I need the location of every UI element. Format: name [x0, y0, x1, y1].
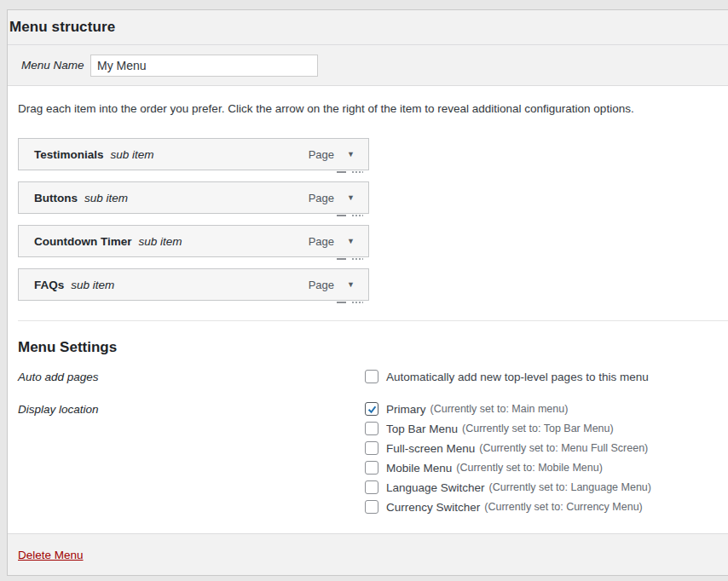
menu-items-list: Testimonials sub item Page ▼ Buttons sub… — [18, 138, 728, 301]
auto-add-option: Automatically add new top-level pages to… — [365, 370, 649, 383]
display-location-option: Language Switcher (Currently set to: Lan… — [365, 480, 651, 494]
location-option-note: (Currently set to: Language Menu) — [489, 481, 651, 493]
auto-add-pages-label: Auto add pages — [18, 370, 365, 389]
clipped-mark-dots — [352, 302, 363, 303]
menu-item[interactable]: FAQs sub item Page ▼ — [18, 268, 369, 301]
menu-item-title: FAQs — [34, 279, 64, 291]
chevron-down-icon[interactable]: ▼ — [345, 149, 356, 160]
section-divider — [18, 320, 728, 321]
location-option-name: Primary — [386, 403, 426, 416]
menu-item-controls: Page ▼ — [309, 192, 356, 204]
menu-item-controls: Page ▼ — [309, 148, 356, 161]
clipped-mark-dots — [352, 258, 363, 260]
menu-structure-title-row: Menu structure — [8, 10, 728, 45]
display-location-options: Primary (Currently set to: Main menu) To… — [365, 402, 651, 520]
menu-name-input[interactable] — [90, 55, 318, 77]
menu-item-type-label: Page — [309, 235, 334, 248]
clipped-mark-dash — [337, 215, 346, 216]
location-option-name: Currency Switcher — [386, 501, 480, 514]
location-option-note: (Currently set to: Mobile Menu) — [456, 462, 603, 474]
menu-item-sub-label: sub item — [111, 148, 154, 161]
clipped-mark-dots — [352, 171, 363, 173]
auto-add-option-label: Automatically add new top-level pages to… — [386, 371, 649, 383]
clipped-mark-dots — [352, 215, 363, 216]
menu-item-type-label: Page — [309, 279, 334, 291]
menu-item-sub-label: sub item — [139, 235, 182, 248]
menus-admin-page: Menu structure Menu Name Drag each item … — [0, 0, 728, 581]
location-checkbox[interactable] — [365, 422, 378, 435]
clipped-edit-marks — [337, 257, 363, 261]
auto-add-checkbox[interactable] — [365, 370, 378, 383]
location-option-name: Mobile Menu — [386, 462, 452, 475]
location-option-note: (Currently set to: Main menu) — [430, 403, 569, 415]
clipped-mark-dash — [337, 302, 346, 303]
menu-edit-body: Drag each item into the order you prefer… — [8, 86, 728, 533]
menu-edit-header: Menu structure Menu Name — [8, 10, 728, 86]
clipped-mark-dash — [337, 171, 346, 173]
display-location-option: Primary (Currently set to: Main menu) — [365, 402, 651, 416]
menu-item[interactable]: Countdown Timer sub item Page ▼ — [18, 225, 369, 257]
location-checkbox[interactable] — [365, 480, 378, 494]
menu-edit-panel: Menu structure Menu Name Drag each item … — [7, 9, 728, 576]
location-option-name: Language Switcher — [386, 481, 485, 494]
menu-item-title: Buttons — [34, 192, 78, 204]
menu-item-type-label: Page — [309, 148, 334, 161]
menu-item-sub-label: sub item — [84, 192, 128, 204]
menu-item-type-label: Page — [309, 192, 334, 204]
clipped-edit-marks — [337, 214, 363, 217]
clipped-edit-marks — [337, 301, 363, 304]
location-checkbox[interactable] — [365, 441, 378, 455]
menu-item-controls: Page ▼ — [309, 279, 356, 291]
display-location-option: Top Bar Menu (Currently set to: Top Bar … — [365, 422, 651, 435]
chevron-down-icon[interactable]: ▼ — [345, 193, 356, 204]
location-option-name: Top Bar Menu — [386, 423, 458, 435]
menu-item-title: Testimonials — [34, 148, 104, 161]
display-location-label: Display location — [18, 402, 365, 520]
menu-item[interactable]: Testimonials sub item Page ▼ — [18, 138, 369, 170]
menu-item[interactable]: Buttons sub item Page ▼ — [18, 181, 369, 214]
delete-menu-link[interactable]: Delete Menu — [18, 549, 84, 561]
display-location-option: Currency Switcher (Currently set to: Cur… — [365, 500, 651, 514]
menu-name-row: Menu Name — [8, 45, 728, 86]
auto-add-pages-row: Auto add pages Automatically add new top… — [18, 370, 728, 389]
menu-item-title: Countdown Timer — [34, 235, 132, 248]
menu-settings-heading: Menu Settings — [18, 339, 728, 356]
clipped-edit-marks — [337, 170, 363, 174]
page-title: Menu structure — [9, 19, 115, 36]
chevron-down-icon[interactable]: ▼ — [345, 279, 356, 290]
location-option-note: (Currently set to: Menu Full Screen) — [479, 442, 648, 454]
display-location-row: Display location Primary (Currently set … — [18, 402, 728, 520]
menu-item-sub-label: sub item — [71, 279, 114, 291]
menu-edit-footer: Delete Menu — [8, 533, 728, 575]
drag-instruction-text: Drag each item into the order you prefer… — [18, 86, 728, 115]
location-checkbox[interactable] — [365, 402, 378, 416]
clipped-mark-dash — [337, 258, 346, 260]
menu-name-label: Menu Name — [21, 59, 90, 72]
chevron-down-icon[interactable]: ▼ — [345, 236, 356, 247]
menu-item-controls: Page ▼ — [309, 235, 356, 248]
location-checkbox[interactable] — [365, 500, 378, 514]
location-option-note: (Currently set to: Top Bar Menu) — [462, 423, 614, 434]
location-checkbox[interactable] — [365, 461, 378, 475]
display-location-option: Full-screen Menu (Currently set to: Menu… — [365, 441, 651, 455]
location-option-note: (Currently set to: Currency Menu) — [484, 501, 642, 513]
display-location-option: Mobile Menu (Currently set to: Mobile Me… — [365, 461, 651, 475]
location-option-name: Full-screen Menu — [386, 442, 475, 455]
